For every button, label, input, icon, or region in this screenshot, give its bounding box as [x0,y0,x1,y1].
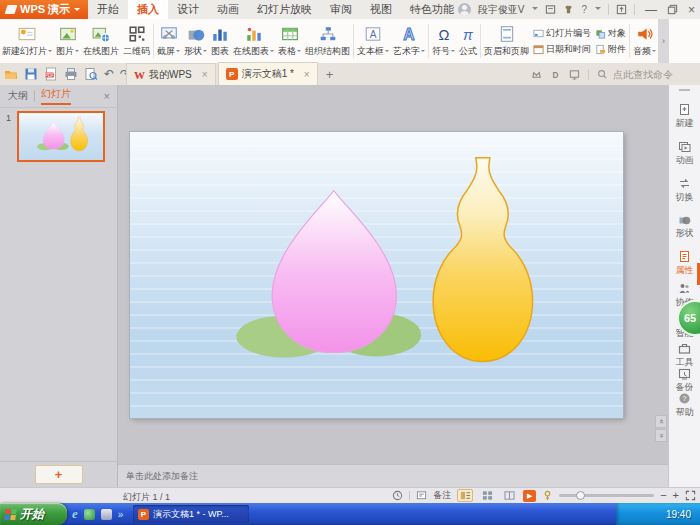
print-preview-icon[interactable] [84,67,98,81]
sidebar-collapse-handle[interactable] [679,89,690,91]
sidebar-item-transition[interactable]: 切换 [669,177,700,204]
fullscreen-icon[interactable] [616,4,627,15]
add-slide-button[interactable]: + [35,465,83,484]
menu-design[interactable]: 设计 [168,0,208,19]
start-button[interactable]: 开始 [0,503,67,525]
menu-view[interactable]: 视图 [361,0,401,19]
sidebar-item-tools[interactable]: 工具 [669,342,700,369]
docer-icon[interactable]: D [550,69,561,80]
org-chart-button[interactable]: 组织结构图 [303,19,352,63]
notes-toggle[interactable]: 备注 [433,489,451,502]
sidebar-item-new[interactable]: 新建 [669,103,700,130]
notes-bar[interactable]: 单击此处添加备注 [118,464,668,487]
slide-canvas[interactable]: « « [118,85,668,464]
attachment-button[interactable]: 附件 [595,43,626,56]
sidebar-item-properties[interactable]: 属性 [669,250,700,277]
ribbon-collapse-button[interactable]: › [658,19,669,63]
open-file-icon[interactable] [4,67,18,81]
play-slideshow-button[interactable]: ▶ [523,490,536,502]
formula-button[interactable]: π 公式 [457,19,479,63]
text-box-button[interactable]: A 文本框 [355,19,391,63]
slide-1[interactable] [130,132,623,418]
fit-to-window-icon[interactable] [685,490,696,501]
audio-button[interactable]: 音频 [631,19,658,63]
header-footer-button[interactable]: 页眉和页脚 [482,19,531,63]
skin-icon[interactable] [563,4,574,15]
chart-button[interactable]: 图表 [209,19,231,63]
user-avatar[interactable] [458,3,471,16]
tab-presentation-1[interactable]: P 演示文稿1 * × [218,62,318,85]
close-button[interactable]: × [685,3,698,17]
new-tab-button[interactable]: + [320,64,340,85]
wps-app-button[interactable]: WPS 演示 [0,0,88,19]
notes-icon[interactable] [416,490,427,501]
save-icon[interactable] [24,67,38,81]
symbol-button[interactable]: Ω 符号 [430,19,457,63]
zoom-slider[interactable] [559,494,654,497]
close-tab-icon[interactable]: × [304,69,310,80]
date-time-button[interactable]: 日期和时间 [533,43,591,56]
menu-special-features[interactable]: 特色功能 [401,0,463,19]
history-clock-icon[interactable] [392,490,403,501]
previous-slide-button[interactable]: « [655,415,667,428]
zoom-out-button[interactable]: − [660,489,666,502]
online-chart-button[interactable]: 在线图表 [231,19,276,63]
quick-launch-overflow-icon[interactable]: » [118,509,124,520]
taskpane-icon[interactable] [569,69,580,80]
menu-slideshow[interactable]: 幻灯片放映 [248,0,321,19]
slide-sorter-view-button[interactable] [479,489,495,502]
next-slide-button[interactable]: « [655,429,667,442]
sidebar-item-animation[interactable]: 动画 [669,140,700,167]
sidebar-item-shape[interactable]: 形状 [669,213,700,240]
close-tab-icon[interactable]: × [202,69,208,80]
taskbar-task-presentation[interactable]: P 演示文稿1 * - WP... [133,505,249,523]
search-input[interactable] [611,68,695,81]
tab-my-wps[interactable]: W 我的WPS × [126,63,216,85]
vertical-scrollbar[interactable]: « « [655,85,667,464]
screenshot-button[interactable]: 截屏 [155,19,182,63]
pointer-icon[interactable] [542,490,553,501]
screenshot-icon [160,25,178,43]
sidebar-item-backup[interactable]: 备份 [669,367,700,394]
slide-thumbnail-1[interactable] [17,111,105,162]
user-name[interactable]: 段宇俊亚V [478,3,525,17]
print-icon[interactable] [64,67,78,81]
export-pdf-icon[interactable]: PDF [44,67,58,81]
slide-number-button[interactable]: 幻灯片编号 [533,27,591,40]
picture-button[interactable]: 图片 [54,19,81,63]
menu-insert[interactable]: 插入 [128,0,168,19]
new-slide-button[interactable]: 新建幻灯片 [0,19,54,63]
quick-launch-icon[interactable] [101,509,112,520]
member-icon[interactable] [531,69,542,80]
tab-outline[interactable]: 大纲 [8,89,28,103]
zoom-in-button[interactable]: + [673,489,679,502]
zoom-slider-handle[interactable] [576,491,585,500]
close-panel-icon[interactable]: × [104,90,110,102]
menu-review[interactable]: 审阅 [321,0,361,19]
table-button[interactable]: 表格 [276,19,303,63]
tab-slides[interactable]: 幻灯片 [41,87,71,105]
reading-view-button[interactable] [501,489,517,502]
menu-bar: 开始 插入 设计 动画 幻灯片放映 审阅 视图 特色功能 [88,0,463,19]
clock[interactable]: 19:40 [666,509,691,520]
chevron-down-icon[interactable] [532,7,538,13]
shapes-button[interactable]: 形状 [182,19,209,63]
internet-explorer-icon[interactable]: e [72,506,78,522]
header-footer-icon [498,25,516,43]
undo-button[interactable]: ↶ [104,67,114,81]
quick-launch-icon[interactable] [84,509,95,520]
chevron-down-icon[interactable] [595,7,601,13]
qr-code-button[interactable]: 二维码 [121,19,152,63]
online-picture-button[interactable]: 在线图片 [81,19,121,63]
restore-button[interactable] [667,4,678,15]
sidebar-item-help[interactable]: ? 帮助 [669,392,700,419]
message-icon[interactable] [545,4,556,15]
object-button[interactable]: 对象 [595,27,626,40]
command-search[interactable] [597,68,695,81]
minimize-button[interactable]: — [642,3,660,17]
help-icon[interactable]: ? [581,0,587,19]
word-art-button[interactable]: A 艺术字 [391,19,427,63]
menu-home[interactable]: 开始 [88,0,128,19]
menu-animation[interactable]: 动画 [208,0,248,19]
normal-view-button[interactable] [457,489,473,502]
